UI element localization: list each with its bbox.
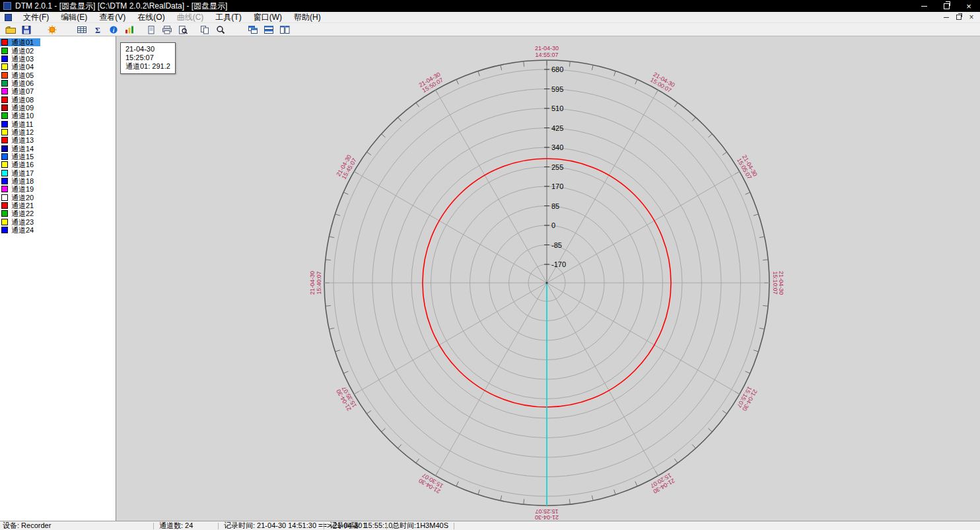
- save-icon: [21, 25, 32, 34]
- channel-item-通道20[interactable]: 通道20: [0, 194, 40, 202]
- close-button[interactable]: ×: [958, 0, 980, 12]
- channel-item-通道16[interactable]: 通道16: [0, 161, 40, 169]
- menu-help[interactable]: 帮助(H): [288, 11, 327, 24]
- status-divider: [153, 523, 154, 529]
- menu-edit[interactable]: 编辑(E): [55, 11, 93, 24]
- svg-text:425: 425: [551, 124, 563, 132]
- menu-online[interactable]: 在线(O): [131, 11, 170, 24]
- document-system-icon[interactable]: [5, 14, 12, 21]
- copy-page-button[interactable]: [144, 24, 158, 36]
- channel-item-通道22[interactable]: 通道22: [0, 209, 40, 217]
- channel-color-swatch: [1, 178, 8, 184]
- channel-item-通道09[interactable]: 通道09: [0, 104, 40, 112]
- channel-item-通道17[interactable]: 通道17: [0, 169, 40, 177]
- print-preview-button[interactable]: [176, 24, 190, 36]
- channel-item-通道18[interactable]: 通道18: [0, 177, 40, 185]
- channel-color-swatch: [1, 194, 8, 201]
- channel-label: 通道19: [11, 185, 34, 193]
- channel-label: 通道09: [11, 104, 34, 112]
- channel-item-通道05[interactable]: 通道05: [0, 71, 40, 79]
- cascade-windows-button[interactable]: [246, 24, 260, 36]
- mdi-minimize-button[interactable]: [940, 13, 952, 22]
- print-preview-icon: [178, 25, 188, 34]
- channel-label: 通道01: [11, 38, 34, 46]
- channel-label: 通道06: [11, 79, 34, 87]
- data-table-icon: [77, 25, 87, 34]
- copy-button[interactable]: [197, 24, 212, 36]
- minimize-button[interactable]: [913, 0, 935, 12]
- menu-tools[interactable]: 工具(T): [209, 11, 247, 24]
- mdi-restore-icon: [956, 15, 962, 20]
- channel-colors-button[interactable]: [122, 24, 137, 36]
- settings-button[interactable]: [45, 24, 59, 36]
- menu-bar: 文件(F) 编辑(E) 查看(V) 在线(O) 曲线(C) 工具(T) 窗口(W…: [0, 12, 980, 23]
- channel-item-通道11[interactable]: 通道11: [0, 120, 40, 128]
- title-bar: DTM 2.0.1 - [圆盘显示] [C:\DTM 2.0.2\RealDat…: [0, 0, 980, 12]
- channel-item-通道08[interactable]: 通道08: [0, 95, 40, 103]
- svg-text:-85: -85: [551, 241, 562, 249]
- copy-page-icon: [146, 25, 157, 34]
- zoom-button[interactable]: [213, 24, 228, 36]
- channel-item-通道04[interactable]: 通道04: [0, 63, 40, 71]
- channel-label: 通道03: [11, 55, 34, 63]
- statistics-button[interactable]: Σ: [90, 24, 105, 36]
- app-icon: [3, 2, 11, 10]
- channel-item-通道06[interactable]: 通道06: [0, 79, 40, 87]
- print-button[interactable]: [160, 24, 174, 36]
- svg-text:0: 0: [551, 221, 555, 229]
- channel-item-通道02[interactable]: 通道02: [0, 46, 40, 54]
- circular-chart: 680595510425340255170850-85-17021-04-301…: [116, 36, 980, 521]
- channel-color-swatch: [1, 56, 8, 62]
- svg-text:15:40:07: 15:40:07: [316, 271, 322, 294]
- mdi-close-button[interactable]: ×: [965, 13, 977, 22]
- channel-label: 通道02: [11, 47, 34, 55]
- channel-label: 通道12: [11, 128, 34, 136]
- channel-item-通道19[interactable]: 通道19: [0, 185, 40, 193]
- restore-button[interactable]: [935, 0, 958, 12]
- svg-text:340: 340: [551, 143, 563, 151]
- channel-item-通道10[interactable]: 通道10: [0, 112, 40, 120]
- channel-item-通道13[interactable]: 通道13: [0, 136, 40, 144]
- channel-item-通道15[interactable]: 通道15: [0, 153, 40, 161]
- data-table-button[interactable]: [75, 24, 89, 36]
- channel-label: 通道20: [11, 194, 34, 202]
- info-button[interactable]: i: [106, 24, 121, 36]
- channel-color-swatch: [1, 63, 8, 70]
- close-icon: ×: [966, 2, 971, 11]
- mdi-window-controls: ×: [940, 13, 977, 22]
- channel-item-通道01[interactable]: 通道01: [0, 38, 40, 46]
- channel-item-通道24[interactable]: 通道24: [0, 226, 40, 234]
- channel-color-swatch: [1, 48, 8, 54]
- channel-color-swatch: [1, 121, 8, 128]
- channel-list: 通道01通道02通道03通道04通道05通道06通道07通道08通道09通道10…: [0, 36, 116, 521]
- save-button[interactable]: [19, 24, 34, 36]
- channel-color-swatch: [1, 153, 8, 160]
- channel-color-swatch: [1, 96, 8, 103]
- tile-horizontal-button[interactable]: [262, 24, 276, 36]
- channel-item-通道03[interactable]: 通道03: [0, 55, 40, 63]
- status-record-time: 记录时间: 21-04-30 14:51:30 ==> 21-04-30 15:…: [224, 521, 392, 530]
- statistics-icon: Σ: [92, 25, 103, 34]
- toolbar: Σi: [0, 23, 980, 36]
- open-button[interactable]: [3, 24, 18, 36]
- svg-text:21-04-30: 21-04-30: [309, 271, 316, 295]
- print-icon: [162, 25, 172, 34]
- menu-file[interactable]: 文件(F): [17, 11, 55, 24]
- channel-item-通道07[interactable]: 通道07: [0, 87, 40, 95]
- menu-window[interactable]: 窗口(W): [248, 11, 288, 24]
- status-interval: 记录间隔: 1: [330, 521, 367, 530]
- channel-item-通道23[interactable]: 通道23: [0, 218, 40, 226]
- menu-view[interactable]: 查看(V): [93, 11, 131, 24]
- svg-text:Σ: Σ: [95, 25, 100, 34]
- svg-text:595: 595: [551, 85, 563, 93]
- svg-text:15:10:07: 15:10:07: [772, 271, 779, 294]
- tooltip-value: 通道01: 291.2: [125, 62, 170, 71]
- channel-label: 通道21: [11, 202, 34, 209]
- channel-item-通道12[interactable]: 通道12: [0, 128, 40, 136]
- open-icon: [5, 25, 17, 34]
- tile-vertical-button[interactable]: [277, 24, 292, 36]
- mdi-restore-button[interactable]: [953, 13, 965, 22]
- channel-item-通道21[interactable]: 通道21: [0, 202, 40, 209]
- channel-item-通道14[interactable]: 通道14: [0, 144, 40, 152]
- channel-color-swatch: [1, 186, 8, 192]
